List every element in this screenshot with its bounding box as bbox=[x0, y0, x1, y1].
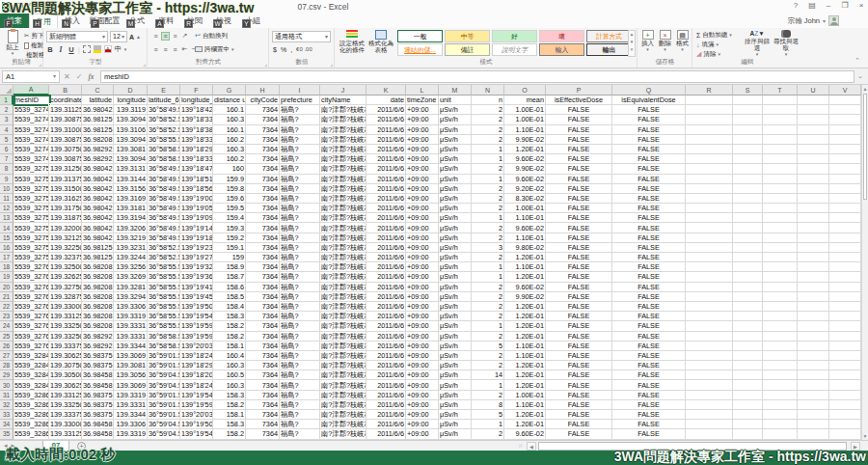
cell-R19[interactable] bbox=[686, 272, 733, 282]
cell-N29[interactable]: 14 bbox=[472, 370, 504, 380]
cell-R32[interactable] bbox=[686, 400, 733, 410]
cell-V10[interactable] bbox=[829, 184, 861, 194]
cell-P11[interactable]: FALSE bbox=[546, 194, 612, 204]
cell-Q20[interactable]: FALSE bbox=[612, 283, 686, 292]
cell-E32[interactable]: 36°59'01.5 bbox=[148, 400, 180, 410]
cell-V23[interactable] bbox=[829, 312, 861, 321]
cell-P27[interactable]: FALSE bbox=[546, 351, 612, 361]
cell-M26[interactable]: μSv/h bbox=[439, 342, 472, 351]
formula-bar-expand-icon[interactable]: ⌄ bbox=[857, 72, 863, 80]
cell-E34[interactable]: 36°59'04.5 bbox=[148, 420, 180, 429]
column-header-J[interactable]: J bbox=[320, 85, 366, 96]
cell-B4[interactable]: 139.31000 bbox=[49, 125, 82, 135]
cell-V32[interactable] bbox=[829, 400, 861, 410]
cell-I25[interactable]: 福島? bbox=[280, 332, 320, 342]
cell-I11[interactable]: 福島? bbox=[280, 194, 320, 204]
cell-F20[interactable]: 139°19'41.2 bbox=[180, 283, 213, 292]
cell-K17[interactable]: 2011/6/6 bbox=[366, 253, 406, 262]
cell-P20[interactable]: FALSE bbox=[546, 283, 612, 292]
cell-O26[interactable]: 1.10E-01 bbox=[504, 342, 546, 351]
cell-T8[interactable] bbox=[763, 164, 798, 174]
cell-G26[interactable]: 158.1 bbox=[213, 342, 246, 351]
cell-M16[interactable]: μSv/h bbox=[439, 243, 472, 253]
avatar[interactable] bbox=[828, 15, 839, 26]
cell-Q23[interactable]: FALSE bbox=[612, 312, 686, 321]
cell-N1[interactable]: n bbox=[472, 96, 504, 105]
cell-H34[interactable]: 7364 bbox=[246, 420, 280, 429]
cell-L33[interactable]: +09:00 bbox=[406, 410, 439, 420]
cell-R11[interactable] bbox=[686, 194, 733, 204]
cell-I10[interactable]: 福島? bbox=[280, 184, 320, 194]
cell-K16[interactable]: 2011/6/6 bbox=[366, 243, 406, 253]
cell-G16[interactable]: 159.1 bbox=[213, 243, 246, 253]
minimize-button[interactable]: – bbox=[824, 1, 833, 10]
cell-S8[interactable] bbox=[733, 164, 763, 174]
cell-P30[interactable]: FALSE bbox=[546, 380, 612, 390]
cell-O22[interactable]: 1.20E-01 bbox=[504, 302, 546, 312]
cell-H24[interactable]: 7364 bbox=[246, 321, 280, 331]
cell-A34[interactable]: 5539_3286 bbox=[14, 420, 49, 429]
column-header-M[interactable]: M bbox=[439, 85, 472, 96]
row-header-16[interactable]: 16 bbox=[0, 243, 14, 253]
cell-I14[interactable]: 福島? bbox=[280, 223, 320, 232]
cell-D32[interactable]: 139.3331 bbox=[114, 400, 148, 410]
cell-B30[interactable]: 139.30625 bbox=[49, 380, 82, 390]
cell-K6[interactable]: 2011/6/6 bbox=[366, 145, 406, 154]
cell-L31[interactable]: +09:00 bbox=[406, 391, 439, 400]
format-as-table-button[interactable]: 格式化為表格 bbox=[367, 30, 394, 53]
column-header-H[interactable]: H bbox=[246, 85, 280, 96]
row-header-20[interactable]: 20 bbox=[0, 283, 14, 292]
cell-A31[interactable]: 5539_3286 bbox=[14, 391, 49, 400]
cell-T20[interactable] bbox=[763, 283, 798, 292]
cell-N3[interactable]: 2 bbox=[472, 115, 504, 124]
cell-J9[interactable]: 南?津郡?枝岐村 bbox=[320, 175, 366, 184]
cell-L15[interactable]: +09:00 bbox=[406, 233, 439, 243]
cell-R30[interactable] bbox=[686, 380, 733, 390]
cell-M1[interactable]: unit bbox=[439, 96, 472, 105]
row-header-7[interactable]: 7 bbox=[0, 154, 14, 164]
cell-M25[interactable]: μSv/h bbox=[439, 332, 472, 342]
cell-H32[interactable]: 7364 bbox=[246, 400, 280, 410]
cell-Q13[interactable]: FALSE bbox=[612, 213, 686, 223]
cell-R27[interactable] bbox=[686, 351, 733, 361]
cell-K26[interactable]: 2011/6/6 bbox=[366, 342, 406, 351]
cell-L4[interactable]: +09:00 bbox=[406, 125, 439, 135]
cell-G30[interactable]: 160.3 bbox=[213, 380, 246, 390]
cell-T10[interactable] bbox=[763, 184, 798, 194]
insert-function-icon[interactable]: fx bbox=[88, 72, 94, 81]
cell-Q1[interactable]: isEquivalentDose bbox=[612, 96, 686, 105]
cell-S20[interactable] bbox=[733, 283, 763, 292]
align-left-icon[interactable]: ≡ bbox=[151, 46, 160, 53]
column-header-E[interactable]: E bbox=[148, 85, 180, 96]
row-header-1[interactable]: 1 bbox=[0, 96, 14, 105]
cell-M30[interactable]: μSv/h bbox=[439, 380, 472, 390]
cell-V22[interactable] bbox=[829, 302, 861, 312]
cell-U4[interactable] bbox=[798, 125, 829, 135]
cell-N10[interactable]: 2 bbox=[472, 184, 504, 194]
cell-I16[interactable]: 福島? bbox=[280, 243, 320, 253]
row-header-35[interactable]: 35 bbox=[0, 429, 14, 439]
cell-P18[interactable]: FALSE bbox=[546, 262, 612, 272]
cell-F26[interactable]: 139°20'03.8 bbox=[180, 342, 213, 351]
comma-icon[interactable]: , bbox=[290, 46, 292, 53]
cell-S32[interactable] bbox=[733, 400, 763, 410]
cell-J26[interactable]: 南?津郡?枝岐村 bbox=[320, 342, 366, 351]
cell-E2[interactable]: 36°58'49.5 bbox=[148, 105, 180, 115]
cell-E11[interactable]: 36°58'49.5 bbox=[148, 194, 180, 204]
enter-icon[interactable]: ✓ bbox=[76, 72, 83, 81]
cell-V11[interactable] bbox=[829, 194, 861, 204]
row-header-4[interactable]: 4 bbox=[0, 125, 14, 135]
cell-C9[interactable]: 36.98042 bbox=[82, 175, 114, 184]
cell-M20[interactable]: μSv/h bbox=[439, 283, 472, 292]
cell-F12[interactable]: 139°19'05.2 bbox=[180, 204, 213, 213]
cell-O17[interactable]: 1.20E-01 bbox=[504, 253, 546, 262]
row-header-33[interactable]: 33 bbox=[0, 410, 14, 420]
cell-T26[interactable] bbox=[763, 342, 798, 351]
cell-Q6[interactable]: FALSE bbox=[612, 145, 686, 154]
cell-D18[interactable]: 139.3256 bbox=[114, 262, 148, 272]
column-header-G[interactable]: G bbox=[213, 85, 246, 96]
active-cell-selection[interactable] bbox=[14, 95, 51, 106]
cell-I22[interactable]: 福島? bbox=[280, 302, 320, 312]
cell-K18[interactable]: 2011/6/6 bbox=[366, 262, 406, 272]
cell-L6[interactable]: +09:00 bbox=[406, 145, 439, 154]
